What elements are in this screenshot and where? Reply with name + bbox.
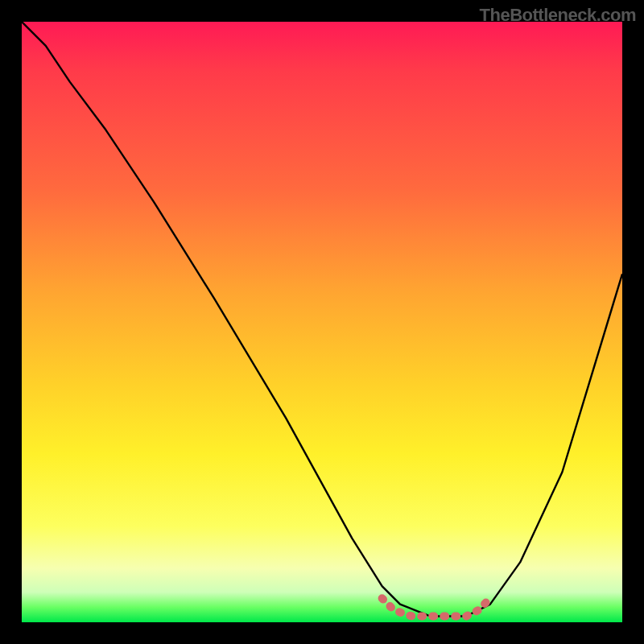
chart-container: TheBottleneck.com: [0, 0, 644, 644]
watermark-text: TheBottleneck.com: [480, 5, 636, 26]
chart-background-gradient: [22, 22, 622, 622]
